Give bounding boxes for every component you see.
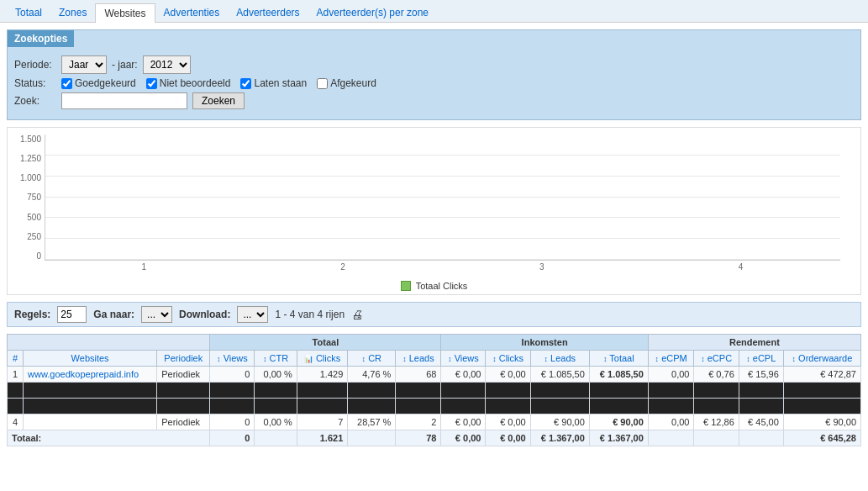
jaar-select[interactable]: 2012	[143, 55, 191, 74]
table-row-redacted	[8, 383, 861, 399]
footer-views: 0	[210, 430, 255, 446]
footer-row: Totaal: 0 1.621 78 € 0,00 € 0,00 € 1.367…	[8, 430, 861, 446]
cell-ctr: 0,00 %	[255, 414, 297, 430]
col-ecpc[interactable]: ↕ eCPC	[694, 351, 739, 367]
group-totaal: Totaal	[210, 335, 441, 351]
col-views-inc[interactable]: ↕ Views	[441, 351, 486, 367]
website-link[interactable]: www.goedkopeprepaid.info	[28, 369, 139, 379]
download-label: Download:	[179, 309, 230, 320]
cell-leads: 68	[396, 367, 441, 383]
cell-ecpl: € 15,96	[739, 367, 783, 383]
table-footer: Totaal: 0 1.621 78 € 0,00 € 0,00 € 1.367…	[8, 430, 861, 446]
checkbox-laten-staan[interactable]: Laten staan	[240, 77, 307, 89]
cell-ecpm: 0,00	[648, 367, 694, 383]
table-body: 1 www.goedkopeprepaid.info Periodiek 0 0…	[8, 367, 861, 430]
periode-select[interactable]: Jaar	[61, 55, 107, 74]
cell-inc-total: € 1.085,50	[589, 367, 648, 383]
tab-adverteerders-per-zone[interactable]: Adverteerder(s) per zone	[308, 3, 437, 22]
footer-leads: 78	[396, 430, 441, 446]
group-rendement: Rendement	[648, 335, 860, 351]
regels-input[interactable]	[57, 306, 87, 323]
col-websites: Websites	[24, 351, 157, 367]
checkbox-goedgekeurd[interactable]: Goedgekeurd	[61, 77, 136, 89]
footer-clicks: 1.621	[297, 430, 348, 446]
chart-bars	[45, 135, 840, 260]
cell-clicks: 7	[297, 414, 348, 430]
col-clicks-inc[interactable]: ↕ Clicks	[486, 351, 530, 367]
col-leads-tot[interactable]: ↕ Leads	[396, 351, 441, 367]
status-label: Status:	[14, 77, 56, 89]
cell-cr: 28,57 %	[348, 414, 396, 430]
checkbox-niet-beoordeeld[interactable]: Niet beoordeeld	[146, 77, 231, 89]
zoek-button[interactable]: Zoeken	[192, 92, 245, 109]
search-panel: Zoekopties Periode: Jaar - jaar: 2012 St…	[7, 29, 861, 120]
cell-num: 4	[8, 414, 24, 430]
tab-totaal[interactable]: Totaal	[7, 3, 50, 22]
download-select[interactable]: ...	[237, 306, 268, 323]
footer-inc-leads: € 1.367,00	[530, 430, 589, 446]
col-leads-inc[interactable]: ↕ Leads	[530, 351, 589, 367]
col-ecpl[interactable]: ↕ eCPL	[739, 351, 783, 367]
cell-views: 0	[210, 367, 255, 383]
status-checkboxes: Goedgekeurd Niet beoordeeld Laten staan …	[61, 77, 376, 89]
top-navigation: Totaal Zones Websites Advertenties Adver…	[0, 0, 868, 23]
cell-inc-views: € 0,00	[441, 367, 486, 383]
search-panel-title: Zoekopties	[8, 30, 74, 47]
col-ctr[interactable]: ↕ CTR	[255, 351, 297, 367]
data-table-wrap: Totaal Inkomsten Rendement # Websites Pe…	[7, 334, 861, 446]
legend-label: Totaal Clicks	[416, 281, 468, 291]
cell-inc-leads: € 90,00	[530, 414, 589, 430]
footer-label: Totaal:	[8, 430, 210, 446]
cell-inc-total: € 90,00	[589, 414, 648, 430]
col-ecpm[interactable]: ↕ eCPM	[648, 351, 694, 367]
column-header-row: # Websites Periodiek ↕ Views ↕ CTR 📊 Cli…	[8, 351, 861, 367]
checkbox-afgekeurd[interactable]: Afgekeurd	[317, 77, 376, 89]
cell-period: Periodiek	[157, 367, 210, 383]
print-icon[interactable]: 🖨	[351, 308, 363, 321]
group-inkomsten: Inkomsten	[441, 335, 648, 351]
cell-inc-clicks: € 0,00	[486, 367, 530, 383]
cell-cr: 4,76 %	[348, 367, 396, 383]
footer-orderwaarde: € 645,28	[783, 430, 860, 446]
col-orderwaarde[interactable]: ↕ Orderwaarde	[783, 351, 860, 367]
chart-area: 1.500 1.250 1.000 750 500 250 0	[7, 127, 861, 295]
chart-plot	[45, 135, 840, 261]
table-row-redacted	[8, 399, 861, 414]
controls-bar: Regels: Ga naar: ... Download: ... 1 - 4…	[7, 302, 861, 327]
cell-orderwaarde: € 90,00	[783, 414, 860, 430]
table-row: 1 www.goedkopeprepaid.info Periodiek 0 0…	[8, 367, 861, 383]
ga-naar-label: Ga naar:	[93, 309, 134, 320]
cell-inc-clicks: € 0,00	[486, 414, 530, 430]
chart-x-labels: 1 2 3 4	[45, 262, 840, 277]
cell-website: www.goedkopeprepaid.info	[24, 367, 157, 383]
col-clicks-tot[interactable]: 📊 Clicks	[297, 351, 348, 367]
col-totaal-inc[interactable]: ↕ Totaal	[589, 351, 648, 367]
table-row: 4 Periodiek 0 0,00 % 7 28,57 % 2 € 0,00 …	[8, 414, 861, 430]
cell-leads: 2	[396, 414, 441, 430]
cell-ecpl: € 45,00	[739, 414, 783, 430]
tab-advertenties[interactable]: Advertenties	[155, 3, 229, 22]
cell-ecpm: 0,00	[648, 414, 694, 430]
cell-ctr: 0,00 %	[255, 367, 297, 383]
chart-container: 1.500 1.250 1.000 750 500 250 0	[11, 135, 857, 277]
tab-adverteerders[interactable]: Adverteerders	[228, 3, 308, 22]
cell-clicks: 1.429	[297, 367, 348, 383]
tab-zones[interactable]: Zones	[50, 3, 95, 22]
cell-website	[24, 414, 157, 430]
ga-naar-select[interactable]: ...	[141, 306, 172, 323]
jaar-separator: - jaar:	[112, 59, 138, 71]
cell-orderwaarde: € 472,87	[783, 367, 860, 383]
tab-websites[interactable]: Websites	[95, 3, 155, 23]
zoek-input[interactable]	[61, 92, 187, 109]
col-num: #	[8, 351, 24, 367]
regels-label: Regels:	[14, 309, 50, 320]
cell-ecpc: € 12,86	[694, 414, 739, 430]
col-cr[interactable]: ↕ CR	[348, 351, 396, 367]
zoek-label: Zoek:	[14, 95, 56, 107]
footer-inc-clicks: € 0,00	[486, 430, 530, 446]
data-table: Totaal Inkomsten Rendement # Websites Pe…	[7, 334, 861, 446]
col-views-tot[interactable]: ↕ Views	[210, 351, 255, 367]
chart-legend: Totaal Clicks	[11, 281, 857, 291]
pagination-text: 1 - 4 van 4 rijen	[275, 309, 345, 320]
legend-box	[401, 281, 411, 291]
